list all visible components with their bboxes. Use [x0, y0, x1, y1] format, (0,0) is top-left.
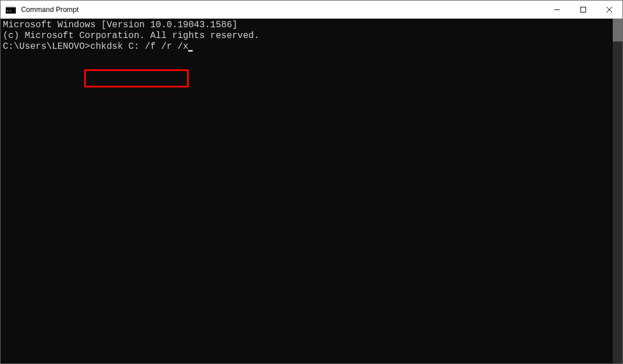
maximize-icon — [580, 7, 586, 12]
minimize-button[interactable] — [544, 1, 570, 18]
window-controls — [544, 1, 622, 18]
vertical-scrollbar[interactable] — [613, 19, 622, 363]
command-prompt-icon: C:\ — [5, 5, 16, 14]
text-cursor — [188, 50, 193, 52]
version-line: Microsoft Windows [Version 10.0.19043.15… — [3, 20, 610, 31]
maximize-button[interactable] — [570, 1, 596, 18]
copyright-line: (c) Microsoft Corporation. All rights re… — [3, 31, 610, 41]
window-titlebar[interactable]: C:\ Command Prompt — [1, 1, 622, 19]
svg-rect-1 — [6, 6, 16, 7]
close-button[interactable] — [596, 1, 622, 18]
minimize-icon — [554, 7, 560, 12]
svg-rect-4 — [581, 7, 586, 12]
svg-text:C:\: C:\ — [7, 9, 12, 13]
terminal-output[interactable]: Microsoft Windows [Version 10.0.19043.15… — [1, 19, 613, 363]
prompt-path: C:\Users\LENOVO> — [3, 41, 90, 52]
close-icon — [607, 7, 612, 12]
scrollbar-thumb[interactable] — [613, 19, 622, 41]
window-title: Command Prompt — [21, 6, 78, 14]
prompt-line: C:\Users\LENOVO>chkdsk C: /f /r /x — [3, 41, 610, 52]
typed-command: chkdsk C: /f /r /x — [90, 41, 189, 52]
command-prompt-window: C:\ Command Prompt — [0, 0, 623, 364]
terminal-wrapper: Microsoft Windows [Version 10.0.19043.15… — [1, 19, 622, 363]
